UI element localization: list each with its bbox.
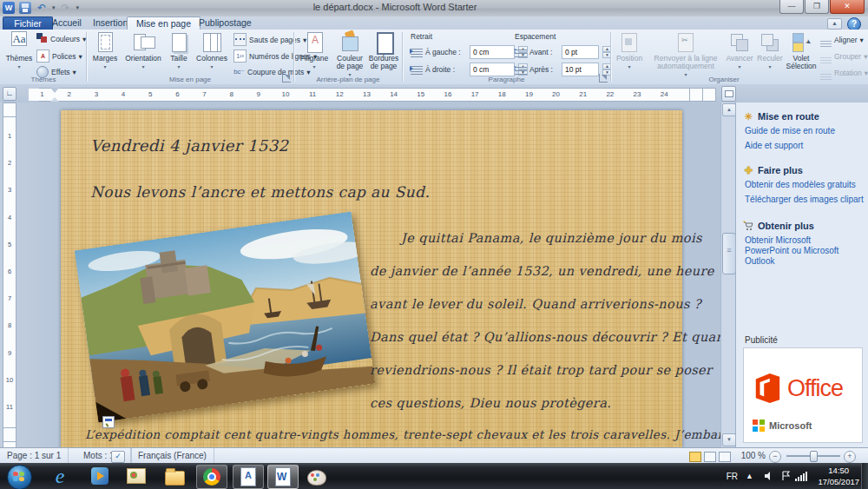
- tab-selector[interactable]: ∟: [3, 87, 16, 101]
- v-ruler-numbers: 1234567891011: [3, 122, 16, 420]
- doc-bottom-line[interactable]: L’expédition comptait cent quatre-vingts…: [85, 427, 684, 441]
- scrollbar-thumb[interactable]: [722, 233, 736, 274]
- scroll-down-icon[interactable]: ▼: [722, 433, 736, 446]
- status-bar: Page : 1 sur 1 Mots : 126 ✓ Français (Fr…: [0, 447, 868, 464]
- colonnes-button[interactable]: Colonnes: [194, 31, 230, 71]
- marges-button[interactable]: Marges: [89, 31, 121, 71]
- retrait-droite-input[interactable]: 0 cm: [470, 63, 515, 76]
- restore-button[interactable]: ❐: [805, 0, 829, 14]
- taskbar-media-player[interactable]: [85, 465, 115, 487]
- rotation-button[interactable]: Rotation: [820, 66, 868, 80]
- ruler-number: 9: [245, 89, 272, 101]
- zoom-in-icon[interactable]: +: [844, 451, 856, 463]
- couleur-de-page-button[interactable]: Couleur de page: [333, 31, 366, 79]
- tray-time: 14:50: [818, 465, 859, 476]
- taskbar-photo-viewer[interactable]: [122, 465, 151, 487]
- vertical-ruler[interactable]: 1234567891011: [3, 102, 16, 447]
- reculer-button[interactable]: Reculer: [756, 31, 784, 71]
- doc-heading-line[interactable]: Nous levons l’ancre et mettons cap au Su…: [90, 183, 430, 201]
- spellcheck-icon[interactable]: ✓: [111, 451, 125, 463]
- harbor-painting-image[interactable]: [75, 212, 376, 423]
- minimize-ribbon-icon[interactable]: ▲: [827, 18, 842, 30]
- taskbar-document-app[interactable]: [233, 465, 264, 489]
- espacement-avant-input[interactable]: 0 pt: [562, 45, 599, 59]
- espacement-apres-input[interactable]: 10 pt: [562, 63, 599, 76]
- tray-network[interactable]: [792, 463, 811, 489]
- bordures-de-page-button[interactable]: Bordures de page: [368, 31, 399, 70]
- orientation-button[interactable]: Orientation: [122, 31, 164, 71]
- espacement-avant-row: Avant : 0 pt ▲▼: [515, 45, 612, 59]
- vertical-scrollbar[interactable]: ▲ ▼: [720, 102, 735, 447]
- link-modeles-gratuits[interactable]: Obtenir des modèles gratuits: [745, 180, 868, 190]
- bring-forward-icon: [728, 31, 751, 54]
- taskbar-word[interactable]: [267, 465, 299, 489]
- tray-action-center[interactable]: [781, 463, 792, 489]
- print-layout-view-icon[interactable]: [689, 452, 701, 462]
- tray-volume[interactable]: [764, 463, 774, 489]
- ruler-toggle-button[interactable]: [721, 86, 736, 102]
- filigrane-button[interactable]: Filigrane: [297, 31, 332, 71]
- renvoyer-ligne-button[interactable]: Renvoyer à la ligne automatiquement: [648, 31, 723, 79]
- doc-paragraph[interactable]: Je quittai Panama, le quinzième jour du …: [370, 221, 675, 420]
- document-canvas: 1234567891011 Vendredi 4 janvier 1532 No…: [0, 102, 868, 447]
- fullscreen-view-icon[interactable]: [704, 452, 716, 462]
- close-button[interactable]: ✕: [830, 0, 865, 14]
- grouper-button[interactable]: Grouper: [820, 50, 867, 63]
- object-anchor-icon[interactable]: [102, 416, 115, 428]
- show-desktop-button[interactable]: [861, 463, 868, 489]
- retrait-gauche-input[interactable]: 0 cm: [470, 45, 515, 59]
- ruler-number: 21: [569, 89, 596, 101]
- ruler-number: 22: [596, 89, 623, 101]
- page-borders-icon: [372, 31, 395, 54]
- tab-accueil[interactable]: Accueil: [43, 17, 90, 30]
- doc-paragraph-line: Je quittai Panama, le quinzième jour du …: [370, 221, 675, 254]
- office-ad[interactable]: Office Microsoft: [743, 347, 863, 443]
- tray-language[interactable]: FR: [727, 463, 738, 489]
- ruler-number: 8: [218, 89, 245, 101]
- harbor-painting-art: [75, 212, 376, 423]
- spacing-before-icon: [515, 47, 527, 57]
- indent-marker-icon[interactable]: [50, 88, 59, 97]
- tab-publipostage[interactable]: Publipostage: [190, 17, 260, 30]
- theme-fonts-icon: A: [36, 50, 49, 63]
- taille-button[interactable]: Taille: [166, 31, 192, 71]
- dialog-launcher-icon[interactable]: [282, 74, 291, 83]
- section-obtenir-plus: Obtenir plus: [743, 221, 868, 231]
- dialog-launcher-icon[interactable]: [599, 74, 608, 83]
- taskbar-paint[interactable]: [302, 465, 332, 487]
- taskbar-internet-explorer[interactable]: e: [45, 465, 75, 487]
- tray-clock[interactable]: 14:50 17/05/2017: [818, 465, 859, 487]
- position-button[interactable]: Position: [614, 31, 645, 71]
- status-page[interactable]: Page : 1 sur 1: [0, 448, 69, 464]
- document-page[interactable]: Vendredi 4 janvier 1532 Nous levons l’an…: [61, 110, 682, 447]
- link-aide-support[interactable]: Aide et support: [745, 141, 868, 151]
- polices-button[interactable]: A Polices: [36, 50, 82, 63]
- volet-selection-button[interactable]: Volet Sélection: [784, 31, 819, 70]
- status-language[interactable]: Français (France): [130, 448, 214, 464]
- group-arriere-plan: Filigrane Couleur de page Bordures de pa…: [295, 30, 401, 84]
- page-break-icon: [233, 33, 247, 46]
- link-images-clipart[interactable]: Télécharger des images clipart: [745, 195, 868, 205]
- themes-button[interactable]: Aa Thèmes: [5, 31, 33, 71]
- draft-view-icon[interactable]: [719, 452, 731, 462]
- link-guide-mise-en-route[interactable]: Guide de mise en route: [745, 126, 868, 136]
- couleurs-button[interactable]: Couleurs: [36, 33, 86, 44]
- taskbar-chrome[interactable]: [196, 465, 227, 489]
- minimize-button[interactable]: —: [779, 0, 804, 14]
- start-button[interactable]: [7, 465, 32, 489]
- link-obtenir-powerpoint-outlook[interactable]: Obtenir Microsoft PowerPoint ou Microsof…: [745, 235, 853, 267]
- zoom-out-icon[interactable]: −: [769, 451, 781, 463]
- doc-paragraph-line: de janvier de l’année 1532, un vendredi,…: [370, 254, 675, 287]
- doc-date-line[interactable]: Vendredi 4 janvier 1532: [90, 136, 288, 155]
- tray-hidden-icons[interactable]: ▲: [742, 463, 757, 489]
- avancer-button[interactable]: Avancer: [725, 31, 754, 71]
- task-pane: ✳ Mise en route Guide de mise en route A…: [735, 102, 868, 447]
- dropdown-icon: [17, 63, 20, 71]
- send-backward-icon: [759, 31, 781, 54]
- aligner-button[interactable]: Aligner: [820, 33, 864, 47]
- taskbar-explorer[interactable]: [160, 465, 189, 487]
- scroll-up-icon[interactable]: ▲: [722, 103, 736, 116]
- zoom-slider-thumb[interactable]: [810, 451, 818, 462]
- horizontal-ruler[interactable]: 123456789101112131415161718192021222324: [39, 88, 716, 102]
- zoom-level[interactable]: 100 %: [741, 448, 766, 464]
